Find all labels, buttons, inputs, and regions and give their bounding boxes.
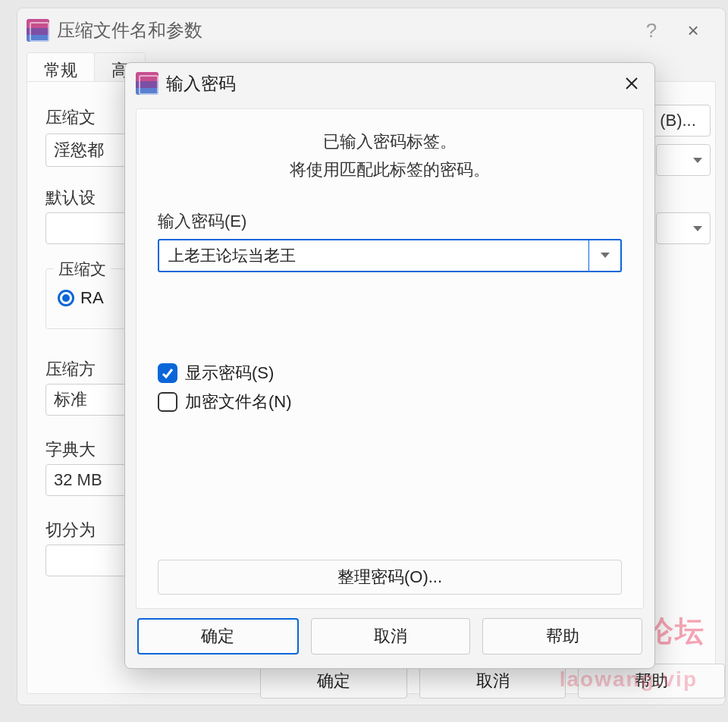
split-label: 切分为	[46, 519, 96, 542]
chevron-down-icon	[601, 253, 610, 258]
format-group-title: 压缩文	[54, 259, 111, 280]
archive-params-title: 压缩文件名和参数	[57, 18, 632, 42]
enter-password-dialog: 输入密码 已输入密码标签。 将使用匹配此标签的密码。 输入密码(E) 显示密码(…	[124, 62, 655, 669]
show-password-label: 显示密码(S)	[185, 362, 274, 385]
password-combobox[interactable]	[158, 239, 622, 272]
right-dropdown-1[interactable]	[656, 144, 711, 176]
help-button[interactable]: 帮助	[482, 618, 642, 655]
ok-button[interactable]: 确定	[137, 618, 299, 655]
password-dropdown-button[interactable]	[588, 240, 620, 271]
dict-label: 字典大	[46, 438, 96, 461]
encrypt-filenames-checkbox-row[interactable]: 加密文件名(N)	[158, 391, 622, 413]
method-value: 标准	[54, 388, 87, 411]
browse-button-label: (B)...	[660, 111, 696, 130]
dict-select-partial[interactable]: 32 MB	[46, 464, 129, 496]
filename-label: 压缩文	[46, 106, 96, 129]
close-icon[interactable]: ×	[670, 19, 716, 42]
show-password-checkbox[interactable]	[158, 363, 177, 383]
password-dialog-title: 输入密码	[166, 72, 609, 96]
cancel-button[interactable]: 取消	[311, 618, 471, 655]
help-icon[interactable]: ?	[640, 19, 663, 42]
message-line-1: 已输入密码标签。	[158, 127, 622, 155]
winrar-icon	[136, 72, 158, 95]
default-settings-label: 默认设	[46, 187, 96, 209]
password-dialog-footer: 确定 取消 帮助	[125, 618, 654, 668]
encrypt-filenames-checkbox[interactable]	[158, 392, 177, 412]
chevron-down-icon	[693, 226, 702, 231]
password-dialog-message: 已输入密码标签。 将使用匹配此标签的密码。	[158, 127, 622, 184]
show-password-checkbox-row[interactable]: 显示密码(S)	[158, 362, 622, 385]
password-input[interactable]	[159, 246, 588, 265]
encrypt-filenames-label: 加密文件名(N)	[185, 391, 292, 413]
filename-text-partial: 淫慾都	[54, 139, 104, 162]
dict-value: 32 MB	[54, 470, 102, 490]
message-line-2: 将使用匹配此标签的密码。	[158, 155, 622, 184]
right-dropdown-2[interactable]	[656, 212, 711, 244]
password-field-label: 输入密码(E)	[158, 210, 622, 233]
method-label: 压缩方	[46, 358, 96, 381]
format-rar-radio[interactable]: RA	[58, 288, 104, 308]
password-dialog-body: 已输入密码标签。 将使用匹配此标签的密码。 输入密码(E) 显示密码(S) 加密…	[136, 108, 644, 609]
format-rar-label: RA	[80, 288, 104, 308]
split-field-partial[interactable]	[46, 545, 129, 576]
archive-params-titlebar: 压缩文件名和参数 ? ×	[17, 8, 725, 52]
organize-passwords-button[interactable]: 整理密码(O)...	[158, 560, 622, 595]
filename-value-partial[interactable]: 淫慾都	[46, 133, 129, 167]
default-settings-field-partial[interactable]	[46, 212, 129, 244]
close-icon	[625, 77, 639, 90]
winrar-icon	[27, 19, 49, 42]
method-select-partial[interactable]: 标准	[46, 384, 129, 416]
password-dialog-titlebar: 输入密码	[125, 63, 654, 104]
chevron-down-icon	[693, 158, 702, 163]
close-button[interactable]	[617, 68, 647, 99]
